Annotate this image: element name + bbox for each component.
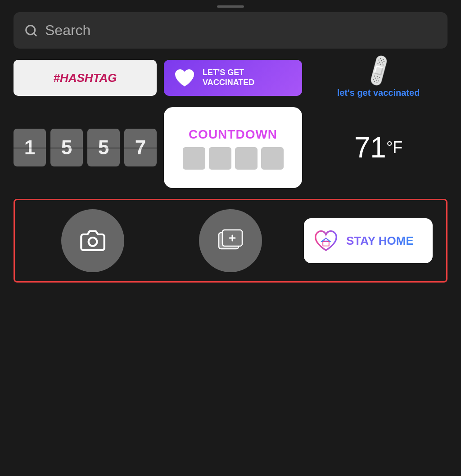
clock-digit-1: 1 (14, 129, 46, 166)
vaccine-heart-icon: ♥ (173, 66, 196, 90)
vaccine-sticker[interactable]: ♥ LET'S GET VACCINATED (164, 60, 302, 96)
bandaid-sticker[interactable]: 🩹 let's get vaccinated (309, 58, 447, 98)
sticker-grid: #HASHTAG ♥ LET'S GET VACCINATED 🩹 let's … (0, 58, 461, 188)
clock-digit-4: 7 (124, 129, 157, 166)
camera-icon (78, 228, 107, 253)
stay-home-heart-icon (312, 227, 340, 255)
countdown-boxes (183, 147, 284, 170)
camera-button[interactable] (61, 209, 124, 272)
svg-point-4 (89, 238, 97, 246)
bottom-section: STAY HOME (14, 199, 447, 283)
stay-home-sticker[interactable]: STAY HOME (304, 218, 433, 263)
hashtag-sticker[interactable]: #HASHTAG (14, 60, 157, 96)
vaccine-text: LET'S GET VACCINATED (203, 68, 293, 87)
temp-value: 71 (354, 131, 386, 164)
countdown-sticker[interactable]: COUNTDOWN (164, 107, 302, 188)
search-bar[interactable]: Search (14, 12, 447, 49)
clock-sticker[interactable]: 1 5 5 7 (14, 124, 157, 171)
bandaid-icon: 🩹 (360, 52, 397, 89)
countdown-box-1 (183, 147, 205, 170)
bandaid-caption: let's get vaccinated (337, 87, 420, 98)
countdown-box-4 (261, 147, 284, 170)
add-media-icon (215, 227, 246, 254)
temp-unit: °F (386, 138, 402, 157)
countdown-box-3 (235, 147, 258, 170)
add-media-button[interactable] (199, 209, 262, 272)
clock-digit-3: 5 (87, 129, 120, 166)
countdown-box-2 (209, 147, 231, 170)
hashtag-text: #HASHTAG (53, 71, 117, 85)
top-pill (217, 5, 244, 8)
svg-rect-10 (323, 242, 329, 246)
search-icon (24, 24, 38, 37)
svg-text:♥: ♥ (183, 72, 186, 80)
temp-sticker[interactable]: 71°F (309, 131, 447, 164)
svg-line-1 (34, 33, 36, 35)
stay-home-text: STAY HOME (346, 234, 414, 247)
clock-digit-2: 5 (50, 129, 83, 166)
svg-point-11 (325, 238, 327, 241)
search-placeholder: Search (45, 22, 90, 39)
countdown-label: COUNTDOWN (189, 127, 277, 142)
